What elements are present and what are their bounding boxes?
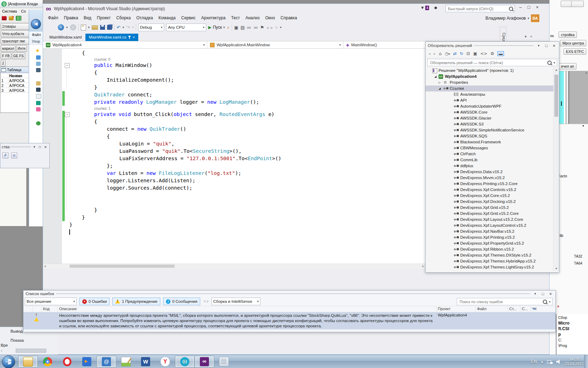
view-code-icon[interactable]: <> bbox=[480, 51, 487, 56]
taskbar-item-opera[interactable] bbox=[57, 356, 77, 368]
quik-menu-2[interactable]: Со bbox=[21, 9, 26, 13]
sync-with-active-document-icon[interactable]: ⇄ bbox=[453, 51, 457, 56]
code-line[interactable]: } bbox=[94, 84, 97, 91]
search-icon[interactable] bbox=[509, 7, 513, 11]
new-file-icon[interactable] bbox=[81, 25, 86, 30]
scroll-left-icon[interactable]: ◂ bbox=[44, 264, 46, 268]
tree-item-DevExpress.Xpf.Themes.DXStyle.v15.2[interactable]: DevExpress.Xpf.Themes.DXStyle.v15.2 bbox=[426, 252, 553, 258]
undo-icon[interactable]: ↶ bbox=[117, 25, 120, 30]
next-bookmark-icon[interactable]: ▸ bbox=[271, 25, 273, 30]
code-line[interactable]: }; bbox=[107, 162, 113, 170]
scope-select[interactable]: Все решение▾ bbox=[25, 298, 77, 305]
quick-launch-input[interactable] bbox=[447, 6, 507, 11]
tree-item-CommLib[interactable]: CommLib bbox=[426, 157, 553, 163]
menu-item-Сервис[interactable]: Сервис bbox=[178, 14, 198, 21]
expanded-arrow-icon[interactable]: ◢ bbox=[439, 86, 441, 91]
tree-item-DevExpress.Xpf.Grid.v15.2[interactable]: DevExpress.Xpf.Grid.v15.2 bbox=[426, 205, 553, 211]
stva-tool1-icon[interactable]: ⇵ bbox=[2, 152, 8, 158]
documents-icon[interactable] bbox=[36, 94, 41, 99]
bookmark-icon[interactable]: ⚑ bbox=[260, 25, 264, 30]
messages-toggle[interactable]: i 0 Сообщения bbox=[163, 298, 200, 305]
tab-MainWindow.xaml.cs[interactable]: MainWindow.xaml.cs× bbox=[85, 34, 139, 41]
time-tab[interactable]: Вре bbox=[1, 343, 8, 347]
menu-item-Анализ[interactable]: Анализ bbox=[243, 14, 262, 21]
tree-item-AWSSDK.SQS[interactable]: AWSSDK.SQS bbox=[426, 133, 553, 139]
close-icon[interactable]: × bbox=[43, 144, 48, 150]
feedback-icon[interactable]: ☻ bbox=[433, 5, 438, 10]
solution-configuration-select[interactable]: Debug▾ bbox=[138, 23, 164, 31]
column-header-0[interactable] bbox=[23, 306, 33, 312]
search-icon[interactable] bbox=[543, 300, 547, 304]
tree-item-DevExpress.Xpf.LayoutControl.v15.2[interactable]: DevExpress.Xpf.LayoutControl.v15.2 bbox=[426, 223, 553, 229]
save-icon[interactable] bbox=[100, 25, 105, 30]
error-list-row[interactable]: Несоответствие между архитектурой процес… bbox=[23, 312, 555, 329]
libraries-icon[interactable] bbox=[36, 81, 41, 86]
taskbar-item-notepad-plus[interactable] bbox=[116, 356, 136, 368]
code-line[interactable]: LuaPassword = "quik".To<SecureString>(), bbox=[119, 148, 241, 155]
toggle-outlining-icon[interactable]: ▣ bbox=[234, 25, 238, 30]
forward-icon[interactable]: ▸ bbox=[434, 51, 436, 56]
window-position-icon[interactable]: ▾ bbox=[532, 292, 538, 295]
code-line[interactable]: } bbox=[82, 214, 85, 221]
redo-icon[interactable]: ↷ bbox=[126, 25, 130, 30]
taskbar-item-word[interactable]: W bbox=[136, 356, 155, 368]
show-all-files-icon[interactable]: ▣ bbox=[473, 51, 477, 56]
language-indicator[interactable]: EN bbox=[531, 359, 537, 364]
notifications-flag-icon[interactable]: ▼ bbox=[420, 5, 425, 10]
tree-item-API[interactable]: API bbox=[426, 97, 553, 103]
taskbar-item-chrome[interactable] bbox=[38, 356, 57, 368]
code-line[interactable]: public MainWindow() bbox=[94, 62, 152, 69]
code-line[interactable]: } bbox=[94, 206, 97, 214]
code-line[interactable]: LuaFixServerAddress = "127.0.0.1:5001".T… bbox=[119, 155, 281, 162]
scrollbar-thumb[interactable] bbox=[554, 75, 558, 117]
tree-item-AWSSDK.S3[interactable]: AWSSDK.S3 bbox=[426, 121, 553, 127]
column-header-Код[interactable]: Код bbox=[42, 306, 58, 312]
desktop-icon[interactable] bbox=[36, 68, 41, 72]
tree-item-DevExpress.Xpf.Layout.v15.2.Core[interactable]: DevExpress.Xpf.Layout.v15.2.Core bbox=[426, 217, 553, 223]
maximize-icon[interactable]: □ bbox=[525, 5, 533, 10]
panel-grip[interactable] bbox=[474, 45, 534, 47]
pending-changes-filter-icon[interactable]: ◷▾ bbox=[445, 51, 450, 56]
tree-item-Properties[interactable]: ▷⚙Properties bbox=[426, 80, 553, 86]
solution-platform-select[interactable]: Any CPU▾ bbox=[166, 23, 206, 31]
codelens-references[interactable]: ссылка: 1 bbox=[94, 106, 111, 111]
tree-item-AWSSDK.Core[interactable]: AWSSDK.Core bbox=[426, 109, 553, 115]
maximize-icon[interactable]: □ bbox=[37, 145, 42, 149]
tab-MainWindow.xaml[interactable]: MainWindow.xaml bbox=[46, 34, 85, 41]
error-list-header[interactable]: КодОписаниеПроектФайлСт...С... bbox=[23, 306, 555, 312]
scroll-down-icon[interactable]: ▼ bbox=[554, 267, 559, 270]
tree-item-DevExpress.Data.v15.2[interactable]: DevExpress.Data.v15.2 bbox=[426, 169, 553, 175]
back-icon[interactable]: ◂ bbox=[428, 51, 430, 56]
column-header-Файл[interactable]: Файл bbox=[476, 306, 508, 312]
save-all-icon[interactable] bbox=[107, 25, 112, 30]
tree-item-DevExpress.Xpf.Printing.v15.2[interactable]: DevExpress.Xpf.Printing.v15.2 bbox=[426, 234, 553, 240]
quik-tab-F FB[interactable]: F FB bbox=[1, 53, 11, 59]
close-icon[interactable]: × bbox=[557, 304, 559, 308]
tree-item-ddfplus[interactable]: ddfplus bbox=[426, 163, 553, 169]
taskbar-item-quik[interactable]: @ bbox=[97, 356, 116, 368]
tree-item-AWSSDK.Glacier[interactable]: AWSSDK.Glacier bbox=[426, 115, 553, 121]
uncomment-icon[interactable]: ≕ bbox=[253, 25, 258, 30]
chevron-down-icon[interactable]: ▾ bbox=[66, 26, 68, 29]
open-file-icon[interactable] bbox=[92, 25, 98, 30]
tree-item-DevExpress.Xpf.Themes.HybridApp.v15.2[interactable]: DevExpress.Xpf.Themes.HybridApp.v15.2 bbox=[426, 258, 553, 264]
network-icon[interactable] bbox=[547, 360, 553, 364]
window-position-icon[interactable]: ▾ bbox=[32, 145, 37, 149]
quik-tab-Инте[interactable]: Инте bbox=[16, 45, 27, 52]
menu-item-Окно[interactable]: Окно bbox=[262, 14, 278, 21]
tree-item-DevExpress.Xpf.PropertyGrid.v15.2[interactable]: DevExpress.Xpf.PropertyGrid.v15.2 bbox=[426, 240, 553, 246]
tree-item-Ссылки[interactable]: ◢Ссылки bbox=[426, 86, 553, 91]
code-line[interactable]: var Listen = new FileLogListener("log.tx… bbox=[107, 170, 241, 177]
menu-item-Команда[interactable]: Команда bbox=[156, 14, 178, 21]
tree-item-DevExpress.Xpf.Core.v15.2[interactable]: DevExpress.Xpf.Core.v15.2 bbox=[426, 193, 553, 199]
refresh-icon[interactable]: ↻ bbox=[460, 51, 463, 56]
tree-item-Решение "WpfApplication4" (проектов: 1)[interactable]: Решение "WpfApplication4" (проектов: 1) bbox=[426, 68, 553, 74]
avatar[interactable]: ВА bbox=[531, 14, 539, 22]
home-icon[interactable]: ⌂ bbox=[439, 51, 442, 56]
expanded-arrow-icon[interactable]: ◢ bbox=[434, 74, 436, 80]
menu-item-Вид[interactable]: Вид bbox=[81, 14, 94, 21]
scroll-right-icon[interactable]: ▸ bbox=[422, 264, 424, 268]
explorer-menu-file[interactable]: Файл bbox=[29, 32, 43, 38]
collapse-all-icon[interactable]: ⊟ bbox=[467, 51, 470, 56]
quik-tab-2[interactable]: 2 bbox=[1, 60, 6, 67]
